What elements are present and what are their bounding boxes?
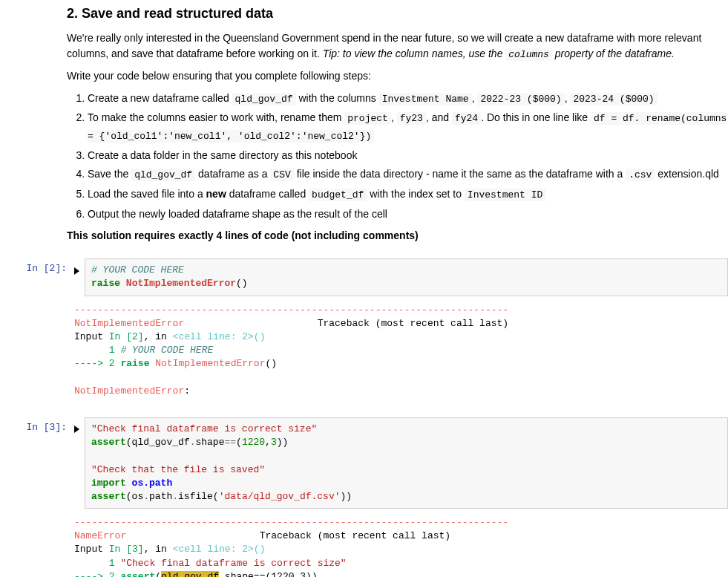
input-prompt: In [3]: [0, 417, 74, 509]
code-input[interactable]: # YOUR CODE HERE raise NotImplementedErr… [85, 258, 728, 296]
input-prompt: In [2]: [0, 258, 74, 296]
list-item: Create a new dataframe called qld_gov_df… [88, 90, 728, 108]
play-icon [74, 426, 79, 433]
list-item: Output the newly loaded dataframe shape … [88, 206, 728, 222]
list-item: To make the columns easier to work with,… [88, 109, 728, 145]
traceback-output: ----------------------------------------… [74, 512, 728, 577]
code-cell-2: In [2]: # YOUR CODE HERE raise NotImplem… [0, 258, 728, 296]
play-icon [74, 267, 79, 275]
instruction-paragraph: Write your code below ensuring that you … [67, 68, 728, 84]
requirement-note: This solution requires exactly 4 lines o… [67, 228, 728, 244]
list-item: Create a data folder in the same directo… [88, 147, 728, 163]
section-heading: 2. Save and read structured data [67, 6, 728, 22]
output-cell-3: ----------------------------------------… [0, 512, 728, 577]
output-cell-2: ----------------------------------------… [0, 299, 728, 402]
run-cell-button[interactable] [74, 258, 85, 296]
markdown-cell: 2. Save and read structured data We're r… [0, 6, 728, 244]
list-item: Save the qld_gov_df dataframe as a CSV f… [88, 166, 728, 183]
list-item: Load the saved file into a new dataframe… [88, 186, 728, 203]
inline-code: columns [505, 48, 552, 61]
run-cell-button[interactable] [74, 417, 85, 509]
steps-list: Create a new dataframe called qld_gov_df… [67, 90, 728, 223]
code-cell-3: In [3]: "Check final dataframe is correc… [0, 417, 728, 509]
intro-paragraph: We're really only interested in the Quee… [67, 30, 728, 62]
traceback-output: ----------------------------------------… [74, 299, 728, 402]
code-input[interactable]: "Check final dataframe is correct size" … [85, 417, 728, 509]
